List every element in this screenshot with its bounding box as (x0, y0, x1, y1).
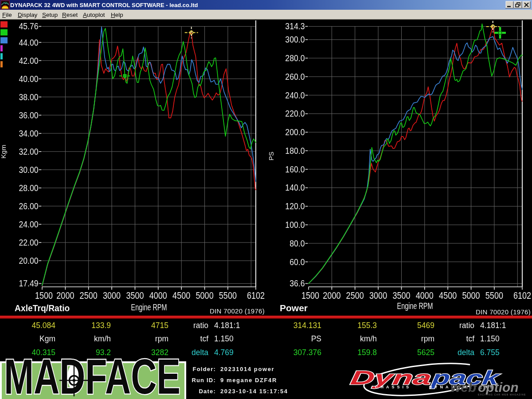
svg-text:200.0: 200.0 (285, 127, 305, 137)
svg-text:rpm: rpm (155, 334, 168, 343)
svg-text:45.76: 45.76 (19, 21, 38, 31)
svg-text:5500: 5500 (219, 290, 237, 301)
svg-text:314.131: 314.131 (293, 321, 321, 330)
svg-text:38.00: 38.00 (19, 91, 38, 102)
svg-text:220.0: 220.0 (285, 108, 305, 119)
svg-text:9 megane DZF4R: 9 megane DZF4R (220, 377, 277, 383)
svg-text:5000: 5000 (462, 290, 480, 301)
svg-text:3500: 3500 (126, 290, 144, 301)
svg-text:1.150: 1.150 (480, 334, 500, 343)
svg-text:rpm: rpm (421, 334, 434, 343)
svg-text:34.00: 34.00 (19, 128, 38, 138)
svg-text:delta: delta (192, 348, 208, 357)
svg-text:307.376: 307.376 (293, 348, 321, 357)
svg-text:160.0: 160.0 (285, 164, 305, 174)
svg-text:2500: 2500 (346, 290, 364, 301)
svg-text:2500: 2500 (80, 290, 98, 301)
svg-text:tcf: tcf (200, 334, 209, 343)
svg-text:3500: 3500 (392, 290, 410, 301)
svg-text:2023-10-14 15:17:54: 2023-10-14 15:17:54 (220, 388, 288, 395)
svg-text:28.00: 28.00 (19, 182, 38, 193)
svg-text:Autoplot: Autoplot (83, 12, 105, 18)
svg-text:6102: 6102 (513, 290, 531, 301)
svg-text:km/h: km/h (94, 334, 111, 343)
svg-text:3000: 3000 (369, 290, 387, 301)
svg-text:web: web (450, 380, 476, 395)
svg-text:22.00: 22.00 (19, 237, 38, 248)
svg-text:26.00: 26.00 (19, 200, 38, 211)
svg-text:Reset: Reset (62, 12, 78, 18)
svg-text:155.3: 155.3 (357, 321, 377, 330)
svg-text:5625: 5625 (417, 348, 434, 357)
svg-text:2000: 2000 (56, 290, 74, 301)
svg-text:240.0: 240.0 (285, 90, 305, 100)
svg-text:3000: 3000 (103, 290, 121, 301)
svg-text:PS: PS (311, 334, 321, 343)
svg-text:Folder:: Folder: (193, 366, 216, 372)
svg-text:Kgm: Kgm (0, 145, 7, 159)
svg-text:MADFACE: MADFACE (4, 349, 180, 399)
svg-text:4.181:1: 4.181:1 (480, 321, 506, 330)
svg-text:1500: 1500 (301, 290, 319, 301)
svg-text:DIN 70020 (1976): DIN 70020 (1976) (476, 308, 531, 316)
svg-text:PS: PS (267, 152, 275, 160)
svg-text:4000: 4000 (149, 290, 167, 301)
svg-text:AxleTrq/Ratio: AxleTrq/Ratio (15, 303, 70, 313)
svg-text:4000: 4000 (416, 290, 434, 301)
svg-text:180.0: 180.0 (285, 145, 305, 156)
svg-text:300.0: 300.0 (285, 34, 305, 45)
svg-text:1.150: 1.150 (214, 334, 234, 343)
svg-text:36.00: 36.00 (19, 110, 38, 120)
svg-text:314.3: 314.3 (285, 21, 305, 31)
svg-text:1500: 1500 (35, 290, 53, 301)
svg-text:DIN 70020 (1976): DIN 70020 (1976) (210, 307, 265, 315)
svg-text:80.0: 80.0 (289, 238, 305, 248)
svg-text:tcf: tcf (466, 334, 475, 343)
svg-text:2000: 2000 (323, 290, 340, 301)
svg-text:30.00: 30.00 (19, 164, 38, 175)
svg-text:delta: delta (458, 348, 474, 357)
svg-text:24.00: 24.00 (19, 219, 38, 229)
svg-text:159.8: 159.8 (357, 348, 377, 357)
svg-text:4715: 4715 (151, 321, 168, 330)
svg-text:Kgm: Kgm (39, 334, 55, 343)
svg-text:Power: Power (280, 303, 308, 313)
svg-text:5000: 5000 (196, 290, 214, 301)
svg-text:42.00: 42.00 (19, 55, 38, 66)
svg-text:5500: 5500 (485, 290, 503, 301)
svg-text:45.084: 45.084 (31, 321, 55, 330)
svg-text:4.769: 4.769 (214, 348, 234, 357)
svg-text:4500: 4500 (439, 290, 457, 301)
svg-text:4.181:1: 4.181:1 (214, 321, 240, 330)
svg-text:Run ID:: Run ID: (192, 377, 216, 383)
svg-text:6102: 6102 (247, 290, 265, 301)
svg-text:CHASSIS: CHASSIS (375, 385, 411, 389)
svg-text:km/h: km/h (360, 334, 377, 343)
svg-text:Help: Help (111, 12, 123, 18)
svg-text:Display: Display (18, 12, 38, 18)
svg-text:36.6: 36.6 (289, 278, 305, 289)
svg-text:44.00: 44.00 (19, 37, 38, 47)
svg-text:Setup: Setup (42, 12, 58, 18)
svg-text:280.0: 280.0 (285, 53, 305, 63)
svg-text:32.00: 32.00 (19, 146, 38, 156)
svg-text:DYNAPACK 32 4WD with SMART CON: DYNAPACK 32 4WD with SMART CONTROL SOFTW… (10, 2, 198, 8)
svg-text:60.0: 60.0 (289, 256, 305, 267)
svg-text:17.49: 17.49 (19, 278, 38, 289)
svg-text:File: File (2, 12, 12, 18)
svg-text:133.9: 133.9 (91, 321, 111, 330)
svg-text:ratio: ratio (459, 321, 474, 330)
svg-text:260.0: 260.0 (285, 71, 305, 82)
svg-text:20231014 power: 20231014 power (220, 366, 274, 372)
svg-text:Date:: Date: (199, 388, 216, 395)
svg-text:Engine RPM: Engine RPM (131, 302, 167, 313)
svg-text:6.755: 6.755 (480, 348, 500, 357)
svg-text:120.0: 120.0 (285, 201, 305, 211)
svg-text:20.00: 20.00 (19, 255, 38, 266)
svg-text:4500: 4500 (172, 290, 190, 301)
svg-text:40.00: 40.00 (19, 73, 38, 84)
svg-text:option: option (478, 380, 519, 395)
svg-text:100.0: 100.0 (285, 219, 305, 230)
svg-text:140.0: 140.0 (285, 182, 305, 193)
svg-text:Engine RPM: Engine RPM (397, 301, 433, 311)
